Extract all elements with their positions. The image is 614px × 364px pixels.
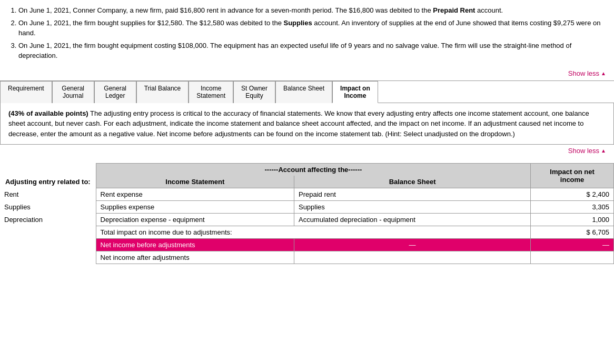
impact-on-net-income-header: Impact on netincome (531, 164, 614, 188)
total-row: Total impact on income due to adjustment… (0, 226, 614, 239)
problem-list: On June 1, 2021, Conner Company, a new f… (8, 5, 606, 61)
show-less-button-bottom[interactable]: Show less (568, 147, 606, 155)
rent-row: Rent Rent expense Prepaid rent $ 2,400 (0, 188, 614, 201)
problem-item-2: On June 1, 2021, the firm bought supplie… (18, 18, 606, 38)
tab-balance-sheet[interactable]: Balance Sheet (275, 81, 332, 103)
tabs-bar: Requirement GeneralJournal GeneralLedger… (0, 80, 614, 103)
rent-income-input[interactable]: Rent expense (96, 188, 294, 201)
net-income-before-row: Net income before adjustments — — (0, 239, 614, 251)
tab-trial-balance[interactable]: Trial Balance (136, 81, 189, 103)
supplies-income-input[interactable]: Supplies expense (96, 201, 294, 214)
table-section: ------Account affecting the------ Impact… (0, 163, 614, 269)
adjustments-table: ------Account affecting the------ Impact… (0, 163, 614, 264)
tab-general-ledger[interactable]: GeneralLedger (94, 81, 136, 103)
problem-item-1: On June 1, 2021, Conner Company, a new f… (18, 5, 606, 16)
rent-dollar: $ (587, 190, 590, 198)
supplies-impact[interactable]: 3,305 (531, 201, 614, 214)
tab-requirement[interactable]: Requirement (0, 81, 52, 103)
description-section: (43% of available points) The adjusting … (0, 103, 614, 145)
total-label: Total impact on income due to adjustment… (96, 226, 531, 239)
net-after-label: Net income after adjustments (96, 251, 294, 264)
tab-income-statement[interactable]: IncomeStatement (189, 81, 233, 103)
depreciation-label: Depreciation (0, 214, 96, 226)
account-affecting-header: ------Account affecting the------ (96, 164, 531, 176)
adjusting-col-header: Adjusting entry related to: (0, 176, 96, 188)
depreciation-impact[interactable]: 1,000 (531, 214, 614, 226)
supplies-label: Supplies (0, 201, 96, 214)
net-after-amount[interactable] (531, 251, 614, 264)
net-after-balance-field[interactable] (294, 251, 530, 264)
depreciation-row: Depreciation Depreciation expense - equi… (0, 214, 614, 226)
depreciation-income-input[interactable]: Depreciation expense - equipment (96, 214, 294, 226)
problem-item-3: On June 1, 2021, the firm bought equipme… (18, 41, 606, 61)
points-label: (43% of available points) (8, 109, 88, 117)
net-before-amount[interactable]: — (531, 239, 614, 251)
supplies-balance-input[interactable]: Supplies (294, 201, 530, 214)
tab-impact-on-income[interactable]: Impact onIncome (332, 81, 378, 103)
rent-balance-input[interactable]: Prepaid rent (294, 188, 530, 201)
rent-impact[interactable]: $ 2,400 (531, 188, 614, 201)
balance-sheet-col-header: Balance Sheet (294, 176, 530, 188)
net-before-label[interactable]: Net income before adjustments (96, 239, 294, 251)
net-before-balance-field[interactable]: — (294, 239, 530, 251)
description-text: The adjusting entry process is critical … (8, 109, 589, 138)
income-statement-col-header: Income Statement (96, 176, 294, 188)
total-amount[interactable]: $ 6,705 (531, 226, 614, 239)
tab-st-owner-equity[interactable]: St OwnerEquity (233, 81, 275, 103)
net-income-after-row: Net income after adjustments (0, 251, 614, 264)
supplies-row: Supplies Supplies expense Supplies 3,305 (0, 201, 614, 214)
show-less-button-top[interactable]: Show less (568, 69, 606, 77)
tab-general-journal[interactable]: GeneralJournal (52, 81, 94, 103)
depreciation-balance-input[interactable]: Accumulated depreciation - equipment (294, 214, 530, 226)
rent-label: Rent (0, 188, 96, 201)
